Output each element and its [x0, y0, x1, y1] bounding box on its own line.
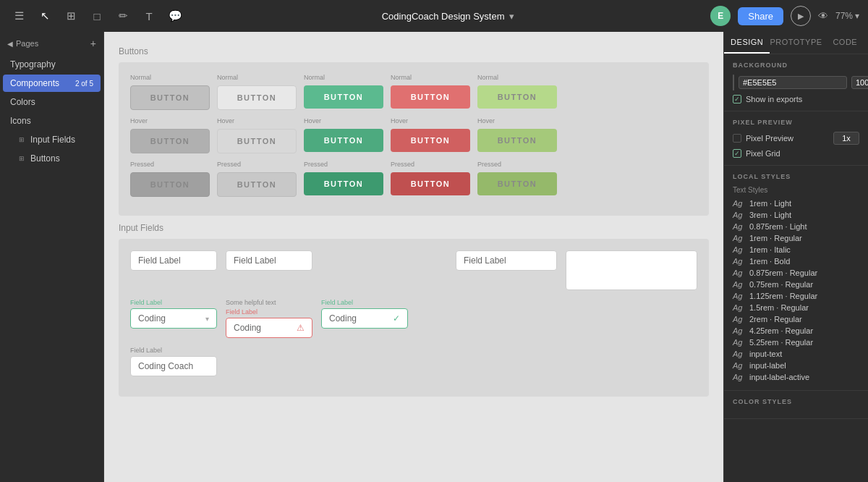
input-select-active[interactable]: Coding ▾ — [130, 308, 217, 329]
pixel-grid-checkbox[interactable]: ✓ — [733, 149, 741, 158]
zoom-value: 77% — [835, 11, 853, 21]
sidebar-item-input-fields[interactable]: ⊞ Input Fields — [3, 131, 101, 148]
pen-icon[interactable]: ✏ — [113, 6, 133, 26]
menu-icon[interactable]: ☰ — [9, 6, 29, 26]
chevron-down-icon2: ▾ — [855, 11, 859, 21]
btn-gray2-hover[interactable]: BUTTON — [217, 129, 297, 153]
btn-group-ltgreen-hover: Hover BUTTON — [477, 117, 557, 152]
play-button[interactable]: ▶ — [791, 6, 811, 26]
style-item-10: Ag 2rem · Regular — [733, 313, 859, 325]
btn-group-gray-normal: Normal BUTTON — [130, 74, 210, 110]
chevron-down-icon[interactable]: ▾ — [509, 11, 514, 22]
input-field-error[interactable]: Coding ⚠ — [226, 318, 312, 338]
cursor-icon[interactable]: ↖ — [35, 6, 55, 26]
local-styles-title: LOCAL STYLES — [733, 173, 859, 180]
style-item-13: Ag input-text — [733, 348, 859, 360]
btn-gray2-pressed[interactable]: BUTTON — [217, 172, 297, 197]
input-placeholder-3: Field Label — [464, 255, 506, 266]
add-page-icon[interactable]: + — [90, 38, 96, 49]
success-value: Coding — [329, 313, 357, 324]
tab-code[interactable]: CODE — [822, 32, 868, 54]
style-ag-9: Ag — [733, 303, 744, 312]
style-label-5: 1rem · Bold — [749, 257, 790, 266]
btn-gray-normal[interactable]: BUTTON — [130, 85, 210, 110]
btn-red-normal[interactable]: BUTTON — [391, 85, 470, 109]
input-field-plain-2[interactable]: Field Label — [226, 250, 312, 271]
style-label-7: 0.75rem · Regular — [749, 280, 813, 289]
toolbar-right: E Share ▶ 👁 77% ▾ — [710, 6, 859, 26]
eye-icon[interactable]: 👁 — [818, 10, 828, 22]
pixel-preview-checkbox[interactable] — [733, 134, 741, 143]
text-icon[interactable]: T — [139, 6, 159, 26]
pages-header: ◀ Pages + — [0, 32, 103, 55]
pages-label: Pages — [16, 39, 38, 48]
shapes-icon[interactable]: □ — [87, 6, 107, 26]
btn-red-pressed[interactable]: BUTTON — [391, 172, 470, 195]
share-button[interactable]: Share — [738, 7, 783, 25]
input-row-2: Field Label Coding ▾ Some helpful text F… — [130, 299, 697, 338]
sidebar-item-icons[interactable]: Icons — [3, 112, 101, 130]
sidebar-item-components[interactable]: Components 2 of 5 — [3, 75, 101, 92]
input-field-success[interactable]: Coding ✓ — [321, 308, 408, 329]
btn-ltgreen-hover[interactable]: BUTTON — [477, 129, 557, 152]
hex-input[interactable] — [739, 76, 847, 89]
show-in-exports-label: Show in exports — [746, 95, 802, 103]
style-label-10: 2rem · Regular — [749, 315, 802, 324]
state-label-pressed-4: Pressed — [391, 161, 470, 168]
show-in-exports-row: ✓ Show in exports — [733, 95, 859, 103]
pixel-grid-label: Pixel Grid — [746, 149, 780, 158]
style-item-2: Ag 0.875rem · Light — [733, 221, 859, 232]
state-label-pressed-1: Pressed — [130, 161, 210, 168]
btn-gray-pressed[interactable]: BUTTON — [130, 172, 210, 197]
comment-icon[interactable]: 💬 — [165, 6, 185, 26]
input-field-plain-1[interactable]: Field Label — [130, 250, 217, 271]
tab-design[interactable]: DESIGN — [724, 32, 770, 54]
typography-label: Typography — [10, 59, 56, 69]
btn-group-gray2-normal: Normal BUTTON — [217, 74, 297, 110]
pixel-scale-input[interactable] — [833, 132, 859, 145]
color-styles-section: Color Styles — [724, 391, 868, 419]
input-placeholder-1: Field Label — [138, 255, 181, 266]
local-styles-section: LOCAL STYLES Text Styles Ag 1rem · Light… — [724, 166, 868, 391]
input-field-plain-3[interactable]: Field Label — [456, 250, 557, 271]
state-label-normal-4: Normal — [391, 74, 470, 81]
sidebar-item-buttons[interactable]: ⊞ Buttons — [3, 150, 101, 167]
style-item-1: Ag 3rem · Light — [733, 209, 859, 221]
btn-green-normal[interactable]: BUTTON — [304, 85, 383, 109]
opacity-input[interactable] — [851, 76, 868, 89]
style-item-12: Ag 5.25rem · Regular — [733, 337, 859, 348]
btn-gray-hover[interactable]: BUTTON — [130, 129, 210, 153]
btn-green-hover[interactable]: BUTTON — [304, 129, 383, 152]
state-label-hover-5: Hover — [477, 117, 557, 124]
bg-row: 👁 — [733, 75, 859, 90]
btn-red-hover[interactable]: BUTTON — [391, 129, 470, 152]
style-ag-14: Ag — [733, 361, 744, 370]
input-group-textarea: Field Label — [456, 250, 557, 271]
sidebar-item-colors[interactable]: Colors — [3, 93, 101, 111]
grid-icon: ⊞ — [19, 136, 25, 143]
tab-prototype[interactable]: PROTOTYPE — [770, 32, 822, 54]
show-in-exports-checkbox[interactable]: ✓ — [733, 95, 741, 103]
background-title: BACKGROUND — [733, 62, 859, 69]
input-field-with-value[interactable]: Coding Coach — [130, 356, 217, 376]
frame-icon[interactable]: ⊞ — [61, 6, 81, 26]
input-textarea[interactable] — [566, 250, 697, 290]
input-group-plain-1: Field Label — [130, 250, 217, 271]
pixel-preview-title: PIXEL PREVIEW — [733, 119, 859, 126]
input-fields-grid: Field Label Field Label Field Label — [119, 239, 709, 397]
btn-ltgreen-pressed[interactable]: BUTTON — [477, 172, 557, 195]
btn-group-ltgreen-pressed: Pressed BUTTON — [477, 161, 557, 195]
btn-gray2-normal[interactable]: BUTTON — [217, 85, 297, 110]
sidebar-item-typography[interactable]: Typography — [3, 56, 101, 73]
btn-green-pressed[interactable]: BUTTON — [304, 172, 383, 195]
style-ag-10: Ag — [733, 315, 744, 324]
buttons-pressed-row: Pressed BUTTON Pressed BUTTON Pressed BU… — [130, 161, 697, 197]
state-label-hover-4: Hover — [391, 117, 470, 124]
sidebar-back-icon: ◀ — [7, 40, 13, 48]
bg-color-swatch[interactable] — [733, 75, 734, 90]
pixel-preview-label: Pixel Preview — [746, 134, 793, 143]
btn-ltgreen-normal[interactable]: BUTTON — [477, 85, 557, 109]
canvas-area[interactable]: Buttons Normal BUTTON Normal BUTTON Norm… — [104, 32, 723, 482]
zoom-control[interactable]: 77% ▾ — [835, 11, 859, 21]
input-group-with-value: Field Label Coding Coach — [130, 347, 217, 376]
